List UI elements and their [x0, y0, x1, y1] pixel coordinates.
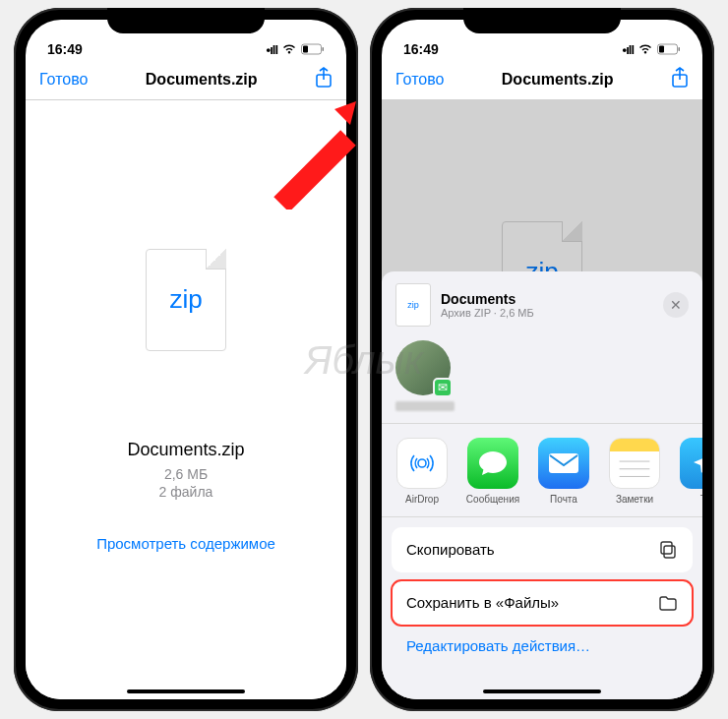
screen-left: 16:49 Готово Documents.zip zip Docum [26, 20, 346, 699]
airdrop-icon [396, 438, 448, 489]
share-sheet-thumbnail: zip [395, 283, 431, 327]
app-messages[interactable]: Сообщения [466, 438, 519, 505]
zip-label: zip [169, 284, 202, 315]
status-indicators [267, 41, 325, 57]
app-mail[interactable]: Почта [537, 438, 590, 505]
battery-icon [301, 43, 325, 55]
home-indicator[interactable] [127, 689, 245, 693]
svg-rect-11 [549, 453, 578, 473]
share-button[interactable] [315, 67, 333, 92]
nav-title: Documents.zip [502, 71, 614, 89]
done-button[interactable]: Готово [39, 71, 88, 89]
app-notes[interactable]: Заметки [608, 438, 661, 505]
share-sheet-header: zip Documents Архив ZIP · 2,6 МБ ✕ [382, 271, 702, 336]
notes-icon [609, 438, 660, 489]
svg-rect-1 [303, 46, 308, 53]
file-size: 2,6 МБ [164, 466, 208, 482]
action-label: Сохранить в «Файлы» [406, 594, 559, 611]
share-sheet: zip Documents Архив ZIP · 2,6 МБ ✕ ✉︎ [382, 271, 702, 699]
app-label: AirDrop [405, 494, 439, 505]
file-name: Documents.zip [127, 440, 244, 460]
notch [463, 8, 621, 33]
app-telegram[interactable]: Te [679, 438, 702, 505]
wifi-icon [281, 43, 297, 55]
telegram-icon [680, 438, 702, 489]
svg-rect-7 [659, 46, 664, 53]
close-button[interactable]: ✕ [663, 292, 689, 318]
cellular-signal-icon [623, 41, 634, 57]
action-save-to-files[interactable]: Сохранить в «Файлы» [392, 580, 693, 626]
svg-rect-2 [323, 47, 325, 51]
messages-badge-icon: ✉︎ [433, 378, 453, 397]
notch [107, 8, 265, 33]
close-icon: ✕ [670, 297, 682, 313]
share-icon [315, 67, 333, 89]
file-count: 2 файла [159, 484, 213, 500]
status-indicators [623, 41, 681, 57]
svg-rect-8 [679, 47, 681, 51]
share-sheet-titleblock: Documents Архив ZIP · 2,6 МБ [441, 291, 534, 319]
app-label: Te [700, 494, 702, 505]
battery-icon [657, 43, 681, 55]
nav-title: Documents.zip [146, 71, 258, 89]
phone-frame-left: 16:49 Готово Documents.zip zip Docum [14, 8, 358, 711]
action-label: Скопировать [406, 541, 495, 558]
app-label: Сообщения [466, 494, 519, 505]
cellular-signal-icon [267, 41, 277, 57]
svg-point-10 [418, 459, 426, 467]
status-time: 16:49 [403, 41, 439, 57]
file-preview-area: zip Documents.zip 2,6 МБ 2 файла Просмот… [26, 100, 346, 699]
share-icon [671, 67, 689, 89]
phone-frame-right: 16:49 Готово Documents.zip zip [370, 8, 714, 711]
svg-rect-16 [661, 542, 672, 554]
svg-rect-15 [664, 546, 675, 558]
app-airdrop[interactable]: AirDrop [395, 438, 449, 505]
folder-icon [658, 593, 678, 613]
copy-icon [658, 540, 678, 560]
app-label: Почта [550, 494, 577, 505]
edit-actions-link[interactable]: Редактировать действия… [392, 633, 693, 658]
status-time: 16:49 [47, 41, 83, 57]
contact-name-blurred [395, 401, 455, 411]
share-sheet-subtitle: Архив ZIP · 2,6 МБ [441, 307, 534, 319]
share-actions-list: Скопировать Сохранить в «Файлы» Редактир… [382, 517, 702, 664]
thumb-label: zip [407, 300, 419, 310]
home-indicator[interactable] [483, 689, 601, 693]
share-button[interactable] [671, 67, 689, 92]
share-sheet-title: Documents [441, 291, 534, 307]
action-copy[interactable]: Скопировать [392, 527, 693, 572]
nav-bar: Готово Documents.zip [26, 59, 346, 100]
zip-file-icon: zip [146, 249, 226, 351]
done-button[interactable]: Готово [395, 71, 444, 89]
screen-right: 16:49 Готово Documents.zip zip [382, 20, 702, 699]
messages-icon [467, 438, 518, 489]
mail-icon [538, 438, 589, 489]
nav-bar: Готово Documents.zip [382, 59, 702, 100]
app-label: Заметки [616, 494, 653, 505]
share-apps-row: AirDrop Сообщения Почта [382, 424, 702, 517]
view-contents-link[interactable]: Просмотреть содержимое [96, 535, 275, 552]
contact-avatar[interactable]: ✉︎ [395, 340, 451, 395]
wifi-icon [637, 43, 653, 55]
share-contacts-row: ✉︎ [382, 336, 702, 424]
